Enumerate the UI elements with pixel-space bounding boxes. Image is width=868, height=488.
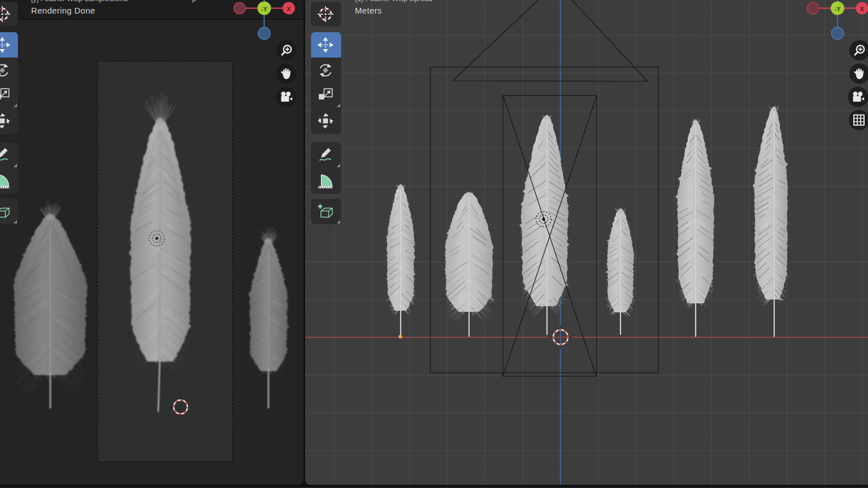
svg-text:-Y: -Y [261, 6, 268, 12]
svg-text:Meters: Meters [355, 6, 382, 15]
svg-text:(1) Feather Wisp Spread: (1) Feather Wisp Spread [355, 0, 432, 3]
svg-text:-Y: -Y [835, 6, 841, 12]
svg-text:[y] Feather Wisp Sample.blend: [y] Feather Wisp Sample.blend [31, 0, 128, 3]
svg-text:X: X [287, 6, 291, 12]
svg-text:Rendering Done: Rendering Done [31, 6, 95, 15]
svg-text:X: X [860, 6, 865, 12]
svg-text:p: p [192, 0, 196, 3]
